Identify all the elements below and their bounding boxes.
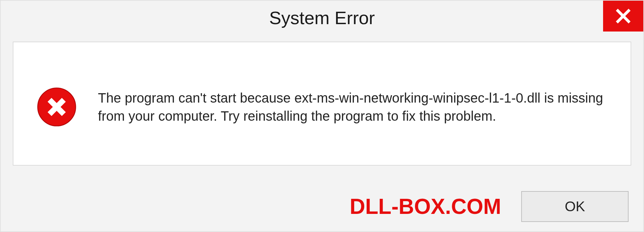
watermark-text: DLL-BOX.COM	[350, 194, 501, 219]
close-button[interactable]	[603, 1, 643, 32]
close-icon	[615, 8, 631, 24]
ok-button[interactable]: OK	[521, 191, 629, 222]
window-title: System Error	[269, 7, 375, 28]
error-dialog-window: System Error The program can't start bec…	[0, 0, 644, 232]
error-circle-x-icon	[37, 87, 76, 127]
content-frame: The program can't start because ext-ms-w…	[13, 42, 631, 166]
dialog-footer: DLL-BOX.COM OK	[1, 191, 643, 222]
error-icon-wrap	[37, 87, 76, 127]
error-message: The program can't start because ext-ms-w…	[98, 89, 607, 125]
titlebar: System Error	[1, 1, 643, 35]
